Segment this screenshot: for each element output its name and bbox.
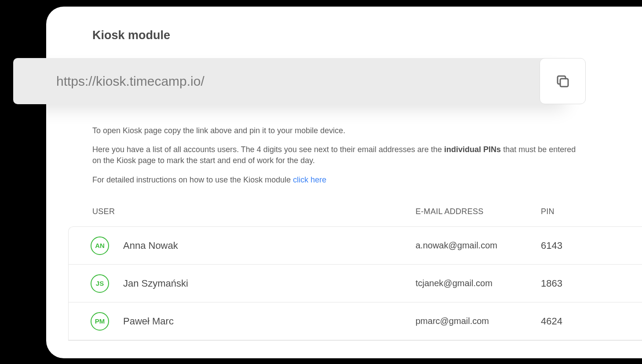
user-pin: 6143 [541, 240, 562, 251]
user-name: Anna Nowak [123, 240, 416, 251]
click-here-link[interactable]: click here [293, 175, 326, 184]
user-pin: 4624 [541, 316, 562, 327]
users-table: AN Anna Nowak a.nowak@gmail.com 6143 JS … [68, 226, 642, 341]
copy-icon [555, 73, 571, 89]
column-header-pin: PIN [541, 207, 554, 216]
description-line-1: To open Kiosk page copy the link above a… [92, 125, 576, 136]
kiosk-url-text: https://kiosk.timecamp.io/ [56, 74, 204, 89]
svg-rect-0 [560, 79, 568, 87]
copy-url-button[interactable] [540, 58, 586, 104]
table-row: AN Anna Nowak a.nowak@gmail.com 6143 [69, 227, 642, 265]
kiosk-url-field[interactable]: https://kiosk.timecamp.io/ [13, 58, 569, 104]
description-line-3: For detailed instructions on how to use … [92, 175, 576, 186]
description-line-2: Here you have a list of all accounts use… [92, 144, 576, 166]
description-block: To open Kiosk page copy the link above a… [92, 125, 576, 193]
individual-pins-bold: individual PINs [444, 145, 501, 154]
user-email: pmarc@gmail.com [416, 316, 541, 326]
user-email: tcjanek@gmail.com [416, 278, 541, 288]
page-title: Kiosk module [92, 29, 170, 42]
table-header: USER E-MAIL ADDRESS PIN [92, 207, 642, 216]
table-row: PM Paweł Marc pmarc@gmail.com 4624 [69, 302, 642, 340]
avatar: PM [91, 312, 109, 331]
user-name: Paweł Marc [123, 316, 416, 327]
avatar: JS [91, 274, 109, 293]
user-pin: 1863 [541, 278, 562, 289]
column-header-user: USER [92, 207, 416, 216]
user-name: Jan Szymański [123, 278, 416, 289]
user-email: a.nowak@gmail.com [416, 240, 541, 251]
avatar: AN [91, 237, 109, 255]
table-row: JS Jan Szymański tcjanek@gmail.com 1863 [69, 265, 642, 302]
main-panel: Kiosk module https://kiosk.timecamp.io/ … [46, 7, 642, 358]
column-header-email: E-MAIL ADDRESS [416, 207, 541, 216]
